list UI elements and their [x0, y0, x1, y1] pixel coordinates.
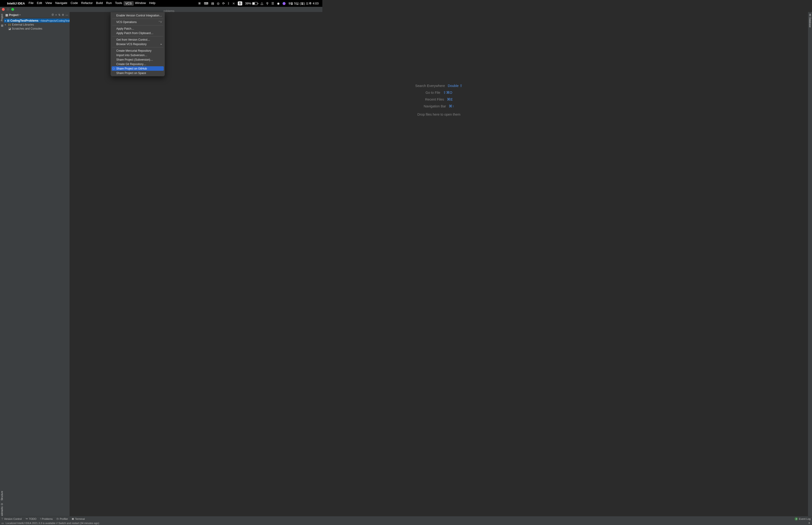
editor-area[interactable]: roblems Enable Version Control Integrati… — [70, 12, 322, 210]
project-tree[interactable]: ▸ ▧ CodingTestProblems ~/IdeaProjects/Co… — [4, 18, 70, 31]
menu-item-label: Share Project on Space — [116, 72, 146, 75]
github-icon: ◌ — [112, 67, 115, 70]
menu-tools[interactable]: Tools — [115, 1, 122, 6]
menu-item-label: Get from Version Control… — [116, 38, 150, 41]
menu-item-label: Share Project (Subversion)… — [116, 58, 153, 61]
menu-item-label: Enable Version Control Integration… — [116, 14, 162, 17]
shield-icon[interactable]: ⛨ — [198, 2, 201, 5]
menu-item-label: Import into Subversion… — [116, 54, 147, 57]
left-tool-gutter: Project ▥ Structure ⌬ Bookmarks ◣ — [0, 12, 4, 210]
minimize-window-button[interactable] — [6, 8, 10, 11]
airdrop-icon[interactable]: ◎ — [217, 2, 219, 5]
project-tab[interactable]: Project — [1, 14, 3, 21]
menu-vcs[interactable]: VCS — [124, 1, 134, 6]
search-icon[interactable]: ⚲ — [266, 2, 269, 5]
welcome-hints: Search EverywhereDouble ⇧Go to File⇧⌘ORe… — [70, 82, 322, 118]
menu-view[interactable]: View — [45, 1, 52, 6]
project-title: Project — [9, 13, 18, 17]
project-root-path: ~/IdeaProjects/CodingTest — [40, 19, 70, 22]
library-icon: ⫿⫿ — [8, 23, 11, 26]
menu-item-label: Create Git Repository… — [116, 62, 146, 66]
menu-item-label: Apply Patch from Clipboard… — [116, 31, 153, 35]
app-name[interactable]: IntelliJ IDEA — [7, 2, 25, 5]
battery-icon — [252, 2, 258, 5]
menu-item-label: Apply Patch… — [116, 27, 134, 30]
menu-item-label: VCS Operations — [116, 20, 137, 24]
macos-menubar: IntelliJ IDEA FileEditViewNavigateCodeRe… — [0, 0, 322, 7]
external-libraries-label: External Libraries — [12, 23, 34, 26]
menu-window[interactable]: Window — [135, 1, 146, 6]
vcs-menu-item[interactable]: Enable Version Control Integration… — [112, 13, 164, 18]
menu-item-label: Browse VCS Repository — [116, 43, 147, 46]
project-root-name: CodingTestProblems — [10, 19, 39, 22]
tree-external-libraries[interactable]: ▸ ⫿⫿ External Libraries — [4, 22, 70, 27]
menu-code[interactable]: Code — [71, 1, 78, 6]
menu-refactor[interactable]: Refactor — [81, 1, 93, 6]
project-icon: ▥ — [5, 13, 8, 17]
sync-icon[interactable]: ⟳ — [222, 2, 225, 5]
menu-item-label: Create Mercurial Repository — [116, 49, 151, 52]
window-chrome — [0, 7, 322, 12]
tree-scratches[interactable]: ◪ Scratches and Consoles — [4, 27, 70, 31]
project-tool-window: ▥ Project ▾ ⦿ ≡ ⇅ ⚙ — ▸ ▧ CodingTestProb… — [4, 12, 70, 210]
vcs-menu-item[interactable]: Create Mercurial Repository — [112, 48, 164, 53]
menubar-menus: FileEditViewNavigateCodeRefactorBuildRun… — [29, 1, 155, 6]
dock-icon[interactable]: ▤ — [211, 2, 214, 5]
battery-indicator[interactable]: 39% — [245, 2, 258, 5]
scratches-label: Scratches and Consoles — [12, 27, 42, 30]
menubar-tray: ⛨ ⌨ ▤ ◎ ⟳ ᛒ ⤬ 한 39% ⧋ ⚲ ☰ ◉ 9월 5일 (월) 오후… — [198, 1, 319, 6]
clock[interactable]: 9월 5일 (월) 오후 4:03 — [289, 1, 319, 6]
menu-file[interactable]: File — [29, 1, 34, 6]
keyboard-icon[interactable]: ⌨ — [204, 2, 209, 5]
vcs-menu-item[interactable]: Share Project on Space — [112, 71, 164, 75]
collapse-icon[interactable]: ⇅ — [58, 13, 60, 16]
target-icon[interactable]: ⦿ — [51, 13, 54, 16]
zoom-window-button[interactable] — [11, 8, 14, 11]
vcs-menu-item[interactable]: Create Git Repository… — [112, 62, 164, 66]
user-avatar-icon[interactable] — [282, 2, 286, 5]
project-view-selector[interactable]: ▥ Project ▾ — [5, 13, 20, 17]
wifi-icon[interactable]: ⧋ — [261, 2, 263, 5]
menu-build[interactable]: Build — [96, 1, 103, 6]
chevron-right-icon[interactable]: ▸ — [5, 19, 6, 22]
gear-icon[interactable]: ⚙ — [62, 13, 64, 16]
tab-fragment[interactable]: roblems — [164, 9, 174, 13]
vcs-menu-item[interactable]: Get from Version Control… — [112, 38, 164, 42]
expand-icon[interactable]: ≡ — [56, 13, 57, 16]
bluetooth-icon[interactable]: ᛒ — [228, 2, 230, 5]
vcs-menu-item[interactable]: Share Project (Subversion)… — [112, 57, 164, 62]
close-window-button[interactable] — [2, 8, 5, 11]
menu-item-label: Share Project on GitHub — [116, 67, 147, 70]
folder-icon: ▧ — [7, 19, 10, 22]
project-header: ▥ Project ▾ ⦿ ≡ ⇅ ⚙ — — [4, 12, 70, 18]
vcs-menu-item[interactable]: Import into Subversion… — [112, 53, 164, 57]
battery-percent: 39% — [245, 2, 251, 5]
mute-icon[interactable]: ⤬ — [232, 2, 235, 5]
chevron-right-icon[interactable]: ▸ — [5, 24, 7, 26]
control-center-icon[interactable]: ☰ — [271, 2, 274, 5]
menu-help[interactable]: Help — [149, 1, 155, 6]
menu-edit[interactable]: Edit — [37, 1, 42, 6]
menu-run[interactable]: Run — [106, 1, 112, 6]
menu-item-shortcut: ⌃V — [158, 20, 162, 24]
hide-icon[interactable]: — — [65, 13, 68, 16]
vcs-menu-item[interactable]: Apply Patch from Clipboard… — [112, 31, 164, 35]
scratches-icon: ◪ — [8, 27, 11, 30]
chevron-down-icon: ▾ — [19, 14, 20, 16]
tree-project-root[interactable]: ▸ ▧ CodingTestProblems ~/IdeaProjects/Co… — [4, 18, 70, 22]
vcs-menu-item[interactable]: ◌Share Project on GitHub — [112, 66, 164, 71]
drop-files-hint: Drop files here to open them — [70, 111, 322, 118]
project-folder-icon[interactable]: ▥ — [1, 24, 3, 27]
chevron-right-icon: ▸ — [161, 43, 162, 45]
vcs-menu-item[interactable]: VCS Operations⌃V — [112, 20, 164, 24]
vcs-menu-item[interactable]: Browse VCS Repository▸ — [112, 42, 164, 46]
vcs-menu-item[interactable]: Apply Patch… — [112, 26, 164, 31]
vcs-dropdown: Enable Version Control Integration…VCS O… — [110, 12, 165, 76]
ime-indicator[interactable]: 한 — [238, 1, 242, 5]
siri-icon[interactable]: ◉ — [277, 2, 280, 5]
menu-navigate[interactable]: Navigate — [55, 1, 67, 6]
ide-main: Project ▥ Structure ⌬ Bookmarks ◣ ▥ Proj… — [0, 12, 322, 210]
